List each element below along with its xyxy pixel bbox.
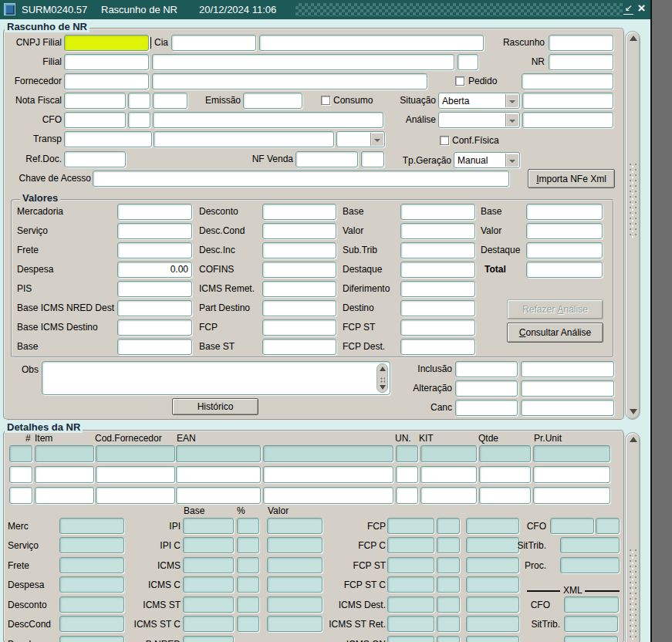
- canc-user-field[interactable]: [521, 400, 614, 416]
- detail-cell[interactable]: [420, 445, 477, 462]
- detail-cell[interactable]: [176, 445, 261, 462]
- detail-cell[interactable]: [263, 445, 393, 462]
- total-field[interactable]: [526, 262, 603, 278]
- detail-cell[interactable]: [9, 487, 32, 504]
- destaque-icms-field[interactable]: [400, 262, 475, 278]
- base-field[interactable]: [387, 596, 434, 613]
- valor-icms-field[interactable]: [400, 223, 475, 239]
- base-field[interactable]: [183, 537, 234, 553]
- pct-field[interactable]: [237, 576, 259, 593]
- historico-button[interactable]: Histórico: [172, 398, 258, 415]
- nota-fiscal-field[interactable]: [64, 93, 126, 109]
- cfo-desc-field[interactable]: [153, 112, 383, 128]
- sittrib-xml-field[interactable]: [564, 616, 618, 632]
- scroll-thumb[interactable]: [380, 377, 385, 383]
- base-field[interactable]: [387, 616, 434, 632]
- consumo-checkbox[interactable]: [321, 96, 330, 105]
- despesa-field[interactable]: 0.00: [117, 262, 192, 278]
- base-ipi-field[interactable]: [526, 204, 603, 220]
- base-st-field[interactable]: [262, 339, 336, 355]
- destaque-ipi-field[interactable]: [526, 242, 603, 258]
- alteracao-data-field[interactable]: [455, 380, 518, 397]
- cnpj-filial-field[interactable]: [64, 35, 149, 51]
- frete-field[interactable]: [117, 242, 192, 258]
- scroll-thumb[interactable]: [629, 163, 637, 238]
- detail-cell[interactable]: [9, 445, 32, 462]
- emissao-field[interactable]: [243, 93, 302, 109]
- cofins-field[interactable]: [262, 262, 336, 278]
- detail-cell[interactable]: [396, 487, 418, 504]
- consultar-analise-button[interactable]: Consultar Análise: [507, 323, 603, 343]
- pct-field[interactable]: [437, 537, 460, 553]
- filial-code-field[interactable]: [64, 54, 149, 70]
- base-icms-destino-field[interactable]: [117, 319, 192, 336]
- nf-venda-serie-field[interactable]: [361, 151, 384, 167]
- base-field[interactable]: [183, 596, 234, 613]
- transp-combo[interactable]: [336, 131, 385, 147]
- obs-scrollbar[interactable]: [377, 363, 388, 393]
- cfo-item-field[interactable]: [550, 518, 594, 534]
- pct-field[interactable]: [437, 518, 460, 534]
- detail-cell[interactable]: [533, 466, 610, 483]
- inclusao-user-field[interactable]: [521, 361, 614, 377]
- pct-field[interactable]: [437, 616, 460, 632]
- pct-field[interactable]: [237, 537, 259, 553]
- detail-cell[interactable]: [420, 466, 477, 483]
- inclusao-data-field[interactable]: [455, 361, 518, 377]
- pct-field[interactable]: [437, 557, 460, 573]
- detail-cell[interactable]: [96, 445, 175, 462]
- analise-desc-field[interactable]: [522, 112, 613, 128]
- scroll-thumb[interactable]: [629, 549, 637, 641]
- servico-field[interactable]: [117, 223, 192, 239]
- proc-xml-field[interactable]: [564, 636, 618, 642]
- filial-uf-field[interactable]: [458, 54, 478, 70]
- sittrib-field[interactable]: [560, 537, 620, 553]
- fcp-dest-field[interactable]: [400, 339, 475, 355]
- detail-cell[interactable]: [96, 487, 175, 504]
- pct-field[interactable]: [237, 557, 259, 573]
- scroll-down-icon[interactable]: [380, 385, 386, 390]
- rascunho-scrollbar[interactable]: [625, 31, 640, 420]
- fcp-st-field[interactable]: [400, 319, 475, 336]
- icms-remet-field[interactable]: [262, 281, 336, 297]
- sub-trib-field[interactable]: [400, 242, 475, 258]
- base-field[interactable]: [387, 518, 434, 534]
- nr-field[interactable]: [549, 54, 613, 70]
- situacao-combo[interactable]: Aberta: [438, 93, 520, 109]
- scroll-up-icon[interactable]: [380, 367, 386, 371]
- analise-combo[interactable]: [438, 112, 520, 128]
- part-destino-field[interactable]: [262, 300, 336, 316]
- close-icon[interactable]: ×: [636, 2, 647, 15]
- scroll-up-button[interactable]: [627, 34, 638, 45]
- pedido-field[interactable]: [522, 73, 613, 90]
- proc-field[interactable]: [560, 557, 620, 573]
- situacao-desc-field[interactable]: [522, 93, 613, 109]
- pct-field[interactable]: [437, 636, 460, 642]
- base-field[interactable]: [183, 636, 234, 642]
- analise-combo-button[interactable]: [505, 113, 518, 127]
- alteracao-user-field[interactable]: [521, 380, 614, 397]
- detail-cell[interactable]: [420, 487, 477, 504]
- transp-code-field[interactable]: [64, 131, 152, 147]
- scroll-up-button[interactable]: [627, 435, 638, 446]
- pct-field[interactable]: [237, 518, 259, 534]
- canc-data-field[interactable]: [455, 400, 518, 416]
- valor-field[interactable]: [466, 596, 519, 613]
- titlebar[interactable]: SURM0240.57 Rascunho de NR 20/12/2024 11…: [0, 0, 650, 19]
- nota-fiscal-sub-field[interactable]: [153, 93, 187, 109]
- pis-field[interactable]: [117, 281, 192, 297]
- mercadoria-field[interactable]: [117, 204, 192, 220]
- ref-doc-field[interactable]: [64, 151, 126, 167]
- pct-field[interactable]: [437, 596, 460, 613]
- base-field[interactable]: [387, 537, 434, 553]
- detail-cell[interactable]: [176, 466, 261, 483]
- base-field[interactable]: [387, 576, 434, 593]
- desc-inc-field[interactable]: [262, 242, 336, 258]
- detail-cell[interactable]: [533, 487, 610, 504]
- chave-acesso-field[interactable]: [93, 171, 509, 187]
- detalhes-scrollbar[interactable]: [625, 432, 640, 642]
- nf-venda-field[interactable]: [295, 151, 358, 167]
- base-field[interactable]: [183, 518, 234, 534]
- fornecedor-desc-field[interactable]: [152, 73, 427, 90]
- detail-cell[interactable]: [35, 445, 94, 462]
